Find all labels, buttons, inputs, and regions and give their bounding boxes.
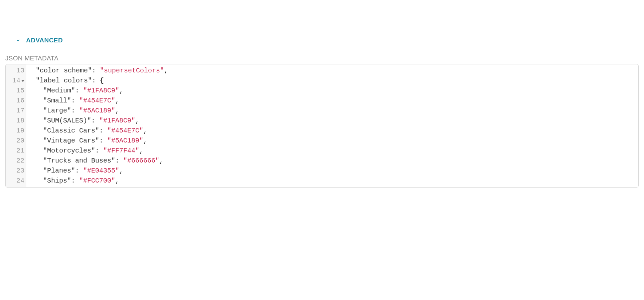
indent-guide <box>37 176 37 186</box>
gutter-line: 14 <box>10 76 24 86</box>
json-colon: : <box>99 127 107 134</box>
json-comma: , <box>115 107 119 114</box>
chevron-down-icon <box>15 38 21 43</box>
editor-right-column <box>378 64 638 187</box>
fold-open-icon[interactable] <box>21 76 24 86</box>
code-line[interactable]: "label_colors": { <box>28 76 378 86</box>
gutter-line: 23 <box>10 166 24 176</box>
indent-guide <box>37 166 37 176</box>
gutter-line: 24 <box>10 176 24 186</box>
json-colon: : <box>99 137 107 144</box>
indent-guide <box>37 156 37 166</box>
json-comma: , <box>119 167 123 175</box>
editor-code-column[interactable]: "color_scheme": "supersetColors","label_… <box>26 64 378 187</box>
json-colon: : <box>71 97 79 104</box>
gutter-line: 20 <box>10 136 24 146</box>
section-title: ADVANCED <box>26 37 63 44</box>
json-key: "Trucks and Buses" <box>43 157 115 165</box>
gutter-line: 22 <box>10 156 24 166</box>
json-key: "Motorcycles" <box>43 147 95 155</box>
gutter-line: 19 <box>10 126 24 136</box>
json-comma: , <box>115 97 119 104</box>
json-string-value: "supersetColors" <box>100 67 164 74</box>
json-key: "Large" <box>43 107 71 114</box>
gutter-line: 18 <box>10 116 24 126</box>
json-comma: , <box>164 67 168 74</box>
json-string-value: "#1FA8C9" <box>83 87 119 94</box>
json-colon: : <box>95 147 103 155</box>
json-comma: , <box>119 87 123 94</box>
indent-guide <box>37 106 37 116</box>
json-colon: : <box>92 67 100 74</box>
code-line[interactable]: "Planes": "#E04355", <box>28 166 378 176</box>
indent-guide <box>37 146 37 156</box>
gutter-line: 21 <box>10 146 24 156</box>
json-comma: , <box>139 147 143 155</box>
json-colon: : <box>71 107 79 114</box>
code-line[interactable]: "Small": "#454E7C", <box>28 96 378 106</box>
json-brace: { <box>100 77 104 84</box>
svg-marker-0 <box>21 80 24 82</box>
json-key: "Small" <box>43 97 71 104</box>
gutter-line: 13 <box>10 66 24 76</box>
json-string-value: "#FF7F44" <box>103 147 139 155</box>
json-colon: : <box>92 77 100 84</box>
code-line[interactable]: "Large": "#5AC189", <box>28 106 378 116</box>
json-key: "color_scheme" <box>36 67 92 74</box>
json-metadata-label: JSON METADATA <box>5 55 644 62</box>
json-key: "Classic Cars" <box>43 127 99 134</box>
json-colon: : <box>91 117 99 124</box>
gutter-line: 15 <box>10 86 24 96</box>
json-comma: , <box>159 157 163 165</box>
editor-gutter: 131415161718192021222324 <box>6 64 26 187</box>
indent-guide <box>37 96 37 106</box>
json-string-value: "#454E7C" <box>79 97 115 104</box>
json-string-value: "#E04355" <box>83 167 119 175</box>
json-colon: : <box>75 87 83 94</box>
json-comma: , <box>143 137 147 144</box>
indent-guide <box>37 126 37 136</box>
json-string-value: "#FCC700" <box>79 177 115 185</box>
json-comma: , <box>135 117 139 124</box>
code-line[interactable]: "color_scheme": "supersetColors", <box>28 66 378 76</box>
json-colon: : <box>71 177 79 185</box>
json-key: "Planes" <box>43 167 75 175</box>
code-line[interactable]: "Medium": "#1FA8C9", <box>28 86 378 96</box>
json-comma: , <box>143 127 147 134</box>
json-key: "Medium" <box>43 87 75 94</box>
code-line[interactable]: "Vintage Cars": "#5AC189", <box>28 136 378 146</box>
json-key: "Vintage Cars" <box>43 137 99 144</box>
gutter-line: 17 <box>10 106 24 116</box>
code-line[interactable]: "Motorcycles": "#FF7F44", <box>28 146 378 156</box>
json-string-value: "#5AC189" <box>79 107 115 114</box>
json-key: "Ships" <box>43 177 71 185</box>
json-key: "SUM(SALES)" <box>43 117 91 124</box>
json-metadata-editor[interactable]: 131415161718192021222324 "color_scheme":… <box>5 64 639 188</box>
code-line[interactable]: "SUM(SALES)": "#1FA8C9", <box>28 116 378 126</box>
code-line[interactable]: "Trucks and Buses": "#666666", <box>28 156 378 166</box>
json-colon: : <box>75 167 83 175</box>
json-key: "label_colors" <box>36 77 92 84</box>
gutter-line: 16 <box>10 96 24 106</box>
json-string-value: "#5AC189" <box>107 137 143 144</box>
code-line[interactable]: "Classic Cars": "#454E7C", <box>28 126 378 136</box>
indent-guide <box>37 116 37 126</box>
json-string-value: "#1FA8C9" <box>99 117 135 124</box>
advanced-section-toggle[interactable]: ADVANCED <box>15 37 644 44</box>
editor-body: "color_scheme": "supersetColors","label_… <box>26 64 638 187</box>
json-comma: , <box>115 177 119 185</box>
json-string-value: "#666666" <box>123 157 159 165</box>
indent-guide <box>37 136 37 146</box>
advanced-panel: ADVANCED JSON METADATA 13141516171819202… <box>0 37 644 188</box>
json-string-value: "#454E7C" <box>107 127 143 134</box>
json-colon: : <box>115 157 123 165</box>
code-line[interactable]: "Ships": "#FCC700", <box>28 176 378 186</box>
indent-guide <box>37 86 37 96</box>
